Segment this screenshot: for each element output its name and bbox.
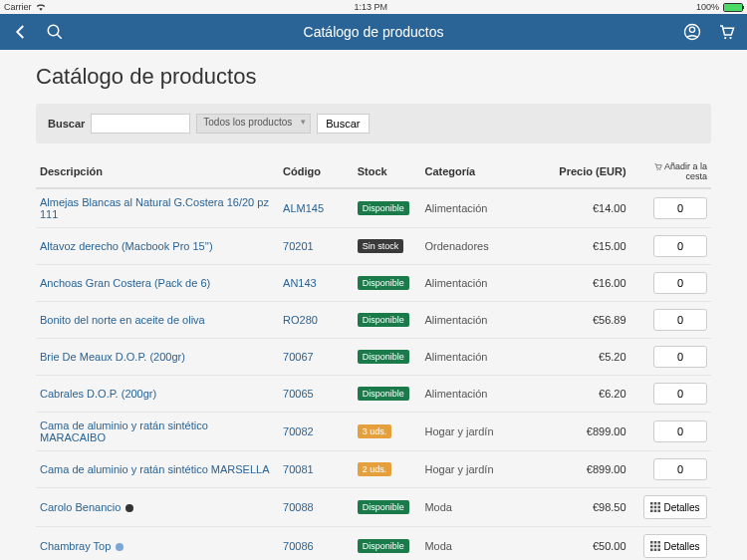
quantity-input[interactable]	[653, 383, 707, 405]
grid-icon	[650, 541, 660, 551]
stock-cell: Disponible	[354, 302, 421, 339]
product-code[interactable]: 70067	[279, 339, 354, 376]
svg-rect-12	[658, 506, 661, 509]
stock-badge: Disponible	[358, 201, 409, 215]
product-description[interactable]: Altavoz derecho (Macbook Pro 15'')	[36, 228, 279, 265]
th-stock: Stock	[354, 155, 421, 188]
product-description[interactable]: Cama de aluminio y ratán sintético MARSE…	[36, 451, 279, 488]
product-code[interactable]: 70081	[279, 451, 354, 488]
product-code[interactable]: 70082	[279, 413, 354, 451]
cart-icon[interactable]	[717, 23, 735, 41]
action-cell	[630, 265, 711, 302]
status-bar: Carrier 1:13 PM 100%	[0, 0, 747, 14]
product-description[interactable]: Brie De Meaux D.O.P. (200gr)	[36, 339, 279, 376]
price-cell: €15.00	[542, 228, 629, 265]
price-cell: €899.00	[542, 451, 629, 488]
search-bar: Buscar Todos los productos Buscar	[36, 104, 711, 143]
category-cell: Alimentación	[420, 339, 542, 376]
quantity-input[interactable]	[653, 235, 707, 257]
svg-rect-19	[650, 545, 653, 548]
th-price: Precio (EUR)	[542, 155, 629, 188]
svg-rect-15	[658, 510, 661, 513]
page-title: Catálogo de productos	[36, 64, 711, 90]
product-description[interactable]: Anchoas Gran Costera (Pack de 6)	[36, 265, 279, 302]
details-button[interactable]: Detalles	[643, 534, 707, 558]
svg-rect-16	[650, 541, 653, 544]
svg-rect-10	[650, 506, 653, 509]
svg-point-4	[729, 37, 731, 39]
quantity-input[interactable]	[653, 197, 707, 219]
table-row: Altavoz derecho (Macbook Pro 15'') 70201…	[36, 228, 711, 265]
category-cell: Alimentación	[420, 376, 542, 413]
stock-badge: Disponible	[358, 387, 409, 401]
category-cell: Moda	[420, 527, 542, 560]
grid-icon	[650, 502, 660, 512]
price-cell: €56.89	[542, 302, 629, 339]
svg-point-5	[657, 169, 658, 170]
stock-badge: Sin stock	[358, 239, 404, 253]
quantity-input[interactable]	[653, 420, 707, 442]
th-description: Descripción	[36, 155, 279, 188]
stock-badge: Disponible	[358, 350, 409, 364]
category-cell: Alimentación	[420, 302, 542, 339]
action-cell	[630, 302, 711, 339]
product-description[interactable]: Carolo Benancio	[36, 488, 279, 527]
nav-bar: Catálogo de productos	[0, 14, 747, 50]
search-label: Buscar	[48, 118, 85, 130]
product-code[interactable]: 70086	[279, 527, 354, 560]
product-description[interactable]: Chambray Top	[36, 527, 279, 560]
search-input[interactable]	[91, 114, 190, 134]
product-code[interactable]: 70201	[279, 228, 354, 265]
category-cell: Ordenadores	[420, 228, 542, 265]
stock-badge: Disponible	[358, 276, 409, 290]
stock-badge: Disponible	[358, 539, 409, 553]
stock-cell: Sin stock	[354, 228, 421, 265]
category-select[interactable]: Todos los productos	[196, 114, 311, 134]
profile-icon[interactable]	[683, 23, 701, 41]
action-cell: Detalles	[630, 488, 711, 527]
th-category: Categoría	[420, 155, 542, 188]
details-button[interactable]: Detalles	[643, 495, 707, 519]
category-cell: Alimentación	[420, 265, 542, 302]
product-description[interactable]: Bonito del norte en aceite de oliva	[36, 302, 279, 339]
product-description[interactable]: Almejas Blancas al Natural G.Costera 16/…	[36, 188, 279, 228]
stock-cell: Disponible	[354, 527, 421, 560]
product-code[interactable]: 70065	[279, 376, 354, 413]
stock-cell: Disponible	[354, 488, 421, 527]
battery-icon	[723, 3, 743, 12]
quantity-input[interactable]	[653, 458, 707, 480]
back-icon[interactable]	[12, 23, 30, 41]
price-cell: €98.50	[542, 488, 629, 527]
stock-cell: Disponible	[354, 376, 421, 413]
search-icon[interactable]	[46, 23, 64, 41]
category-cell: Hogar y jardín	[420, 451, 542, 488]
category-cell: Hogar y jardín	[420, 413, 542, 451]
quantity-input[interactable]	[653, 309, 707, 331]
svg-rect-22	[650, 549, 653, 552]
svg-rect-8	[654, 502, 657, 505]
th-add: Añadir a la cesta	[630, 155, 711, 188]
stock-cell: Disponible	[354, 339, 421, 376]
action-cell	[630, 188, 711, 228]
product-code[interactable]: ALM145	[279, 188, 354, 228]
quantity-input[interactable]	[653, 272, 707, 294]
product-table: Descripción Código Stock Categoría Preci…	[36, 155, 711, 560]
stock-cell: 2 uds.	[354, 451, 421, 488]
product-code[interactable]: AN143	[279, 265, 354, 302]
table-row: Anchoas Gran Costera (Pack de 6) AN143Di…	[36, 265, 711, 302]
product-description[interactable]: Cama de aluminio y ratán sintético MARAC…	[36, 413, 279, 451]
product-description[interactable]: Cabrales D.O.P. (200gr)	[36, 376, 279, 413]
status-time: 1:13 PM	[354, 2, 387, 12]
carrier-label: Carrier	[4, 2, 32, 12]
svg-point-2	[689, 27, 694, 32]
stock-cell: Disponible	[354, 188, 421, 228]
product-code[interactable]: RO280	[279, 302, 354, 339]
stock-badge: 3 uds.	[358, 424, 392, 438]
color-dot	[125, 504, 133, 512]
product-code[interactable]: 70088	[279, 488, 354, 527]
svg-rect-24	[658, 549, 661, 552]
table-row: Chambray Top 70086DisponibleModa€50.00De…	[36, 527, 711, 560]
search-button[interactable]: Buscar	[317, 114, 369, 134]
quantity-input[interactable]	[653, 346, 707, 368]
svg-rect-20	[654, 545, 657, 548]
